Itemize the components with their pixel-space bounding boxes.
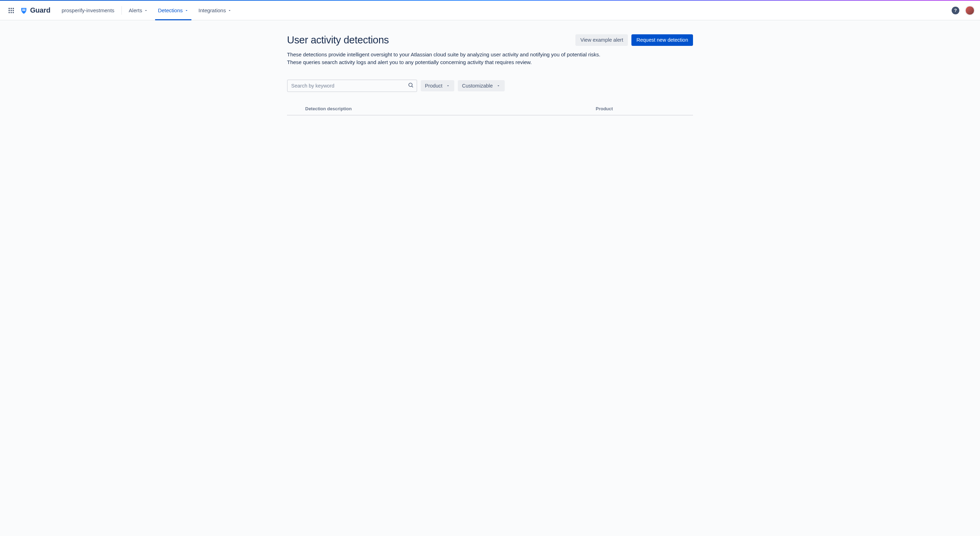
request-new-detection-button[interactable]: Request new detection	[632, 34, 693, 46]
nav-divider	[121, 6, 122, 15]
help-icon: ?	[951, 6, 959, 14]
svg-rect-3	[9, 10, 10, 11]
page-content: User activity detections View example al…	[287, 20, 693, 116]
page-header: User activity detections View example al…	[287, 34, 693, 46]
column-description[interactable]: Detection description	[301, 103, 592, 115]
svg-rect-6	[9, 12, 10, 13]
chevron-down-icon	[144, 8, 148, 13]
customizable-filter[interactable]: Customizable	[458, 80, 505, 91]
chevron-down-icon	[185, 8, 189, 13]
guard-logo-icon	[20, 6, 28, 15]
product-filter[interactable]: Product	[421, 80, 454, 91]
tab-label: Detections	[158, 7, 183, 13]
svg-rect-8	[13, 12, 14, 13]
svg-rect-2	[13, 8, 14, 9]
svg-rect-1	[11, 8, 11, 9]
svg-rect-10	[22, 10, 25, 11]
search-input[interactable]	[287, 80, 417, 92]
page-description: These detections provide intelligent ove…	[287, 51, 616, 66]
detections-table: Detection description Product	[287, 103, 693, 116]
svg-rect-4	[11, 10, 11, 11]
table-header: Detection description Product	[287, 103, 693, 115]
svg-rect-9	[22, 9, 25, 10]
filter-label: Customizable	[462, 83, 493, 89]
org-switcher[interactable]: prosperify-investments	[57, 7, 119, 13]
chevron-down-icon	[496, 84, 501, 88]
brand-name: Guard	[30, 6, 50, 14]
page-header-actions: View example alert Request new detection	[575, 34, 693, 46]
column-toggle	[287, 103, 301, 115]
svg-rect-5	[13, 10, 14, 11]
tab-detections[interactable]: Detections	[154, 1, 193, 20]
profile-avatar[interactable]	[965, 6, 974, 15]
filter-bar: Product Customizable	[287, 80, 693, 92]
tab-label: Alerts	[129, 7, 142, 13]
chevron-down-icon	[446, 84, 450, 88]
tab-label: Integrations	[199, 7, 226, 13]
filter-label: Product	[425, 83, 442, 89]
search-wrapper	[287, 80, 417, 92]
tab-integrations[interactable]: Integrations	[194, 1, 236, 20]
tab-alerts[interactable]: Alerts	[125, 1, 152, 20]
chevron-down-icon	[228, 8, 232, 13]
column-product[interactable]: Product	[592, 103, 693, 115]
global-nav: Guard prosperify-investments Alerts Dete…	[0, 1, 980, 20]
svg-rect-7	[11, 12, 11, 13]
help-button[interactable]: ?	[950, 5, 961, 16]
primary-nav-tabs: Alerts Detections Integrations	[125, 1, 236, 20]
app-switcher-icon	[8, 7, 14, 14]
svg-rect-0	[9, 8, 10, 9]
brand-link[interactable]: Guard	[20, 6, 50, 15]
page-title: User activity detections	[287, 34, 389, 46]
view-example-alert-button[interactable]: View example alert	[575, 34, 628, 46]
app-switcher-button[interactable]	[6, 5, 17, 16]
nav-right: ?	[950, 5, 974, 16]
